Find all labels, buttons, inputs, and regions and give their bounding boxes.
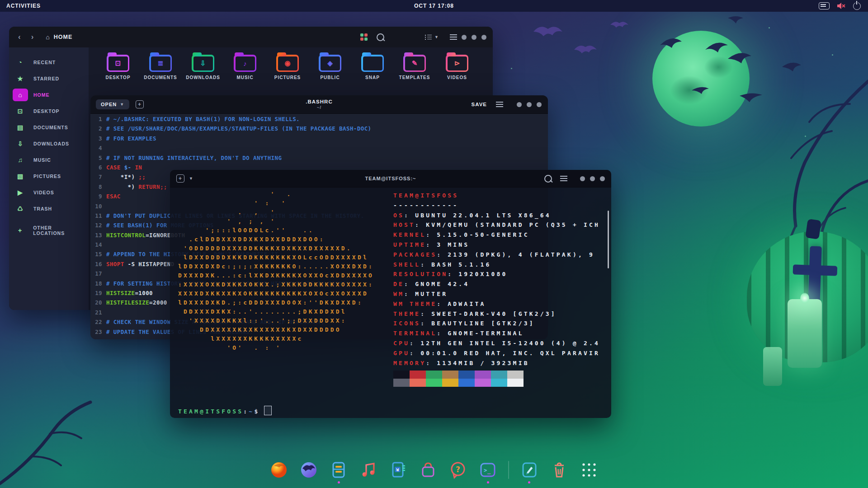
search-icon[interactable] — [544, 175, 552, 183]
dock-text-editor-icon[interactable] — [520, 460, 539, 479]
sidebar-item-label: Videos — [33, 190, 54, 195]
folder-desktop[interactable]: ⊡Desktop — [98, 52, 138, 80]
pictures-icon: ▧ — [13, 170, 28, 183]
folder-public[interactable]: ◈Public — [310, 52, 350, 80]
apps-grid-icon[interactable] — [360, 33, 368, 41]
home-icon: ⌂ — [13, 89, 28, 101]
top-bar: Activities Oct 17 17:08 — [0, 0, 868, 12]
chevron-down-icon[interactable]: ▼ — [189, 176, 193, 181]
breadcrumb[interactable]: ⌂ Home — [46, 33, 72, 41]
palette-swatch — [426, 371, 442, 379]
menu-icon[interactable] — [560, 176, 567, 181]
folder-templates[interactable]: ✎Templates — [394, 52, 435, 80]
neofetch-row-kernel: Kernel: 5.15.0-50-generic — [393, 230, 600, 240]
folder-icon: ≣ — [149, 55, 172, 72]
bats-silhouette — [520, 14, 646, 72]
folder-label: Desktop — [98, 75, 138, 80]
sidebar-item-label: Documents — [33, 125, 68, 130]
dock-writer-icon[interactable]: W — [389, 460, 408, 479]
back-button[interactable]: ‹ — [18, 33, 21, 42]
folder-icon: ⇩ — [192, 55, 214, 72]
palette-swatch — [475, 371, 491, 379]
dock-thunderbird-icon[interactable] — [299, 460, 318, 479]
neofetch-row-os: OS: Ubuntu 22.04.1 LTS x86_64 — [393, 211, 600, 221]
save-button[interactable]: Save — [472, 102, 487, 107]
dock-firefox-icon[interactable] — [269, 460, 288, 479]
window-controls[interactable] — [517, 102, 542, 107]
search-icon[interactable] — [377, 33, 384, 41]
folder-music[interactable]: ♪Music — [225, 52, 265, 80]
volume-muted-icon[interactable] — [837, 2, 846, 9]
clock[interactable]: Oct 17 17:08 — [0, 3, 868, 9]
sidebar-item-other-locations[interactable]: +Other Locations — [13, 223, 84, 238]
downloads-icon: ⇩ — [13, 137, 28, 150]
svg-text:W: W — [396, 468, 399, 472]
neofetch-row-memory: Memory: 1134MiB / 3923MiB — [393, 358, 600, 368]
dock-software-icon[interactable] — [419, 460, 438, 479]
window-controls[interactable] — [580, 176, 605, 181]
files-sidebar: ◔Recent★Starred⌂Home⊡Desktop▤Documents⇩D… — [9, 47, 89, 310]
terminal-output[interactable]: ' . ' : ' . , ' ' , ; , ' ';:::lOODOLc.'… — [170, 187, 611, 418]
desktop-icon: ⊡ — [13, 105, 28, 117]
palette-swatch — [458, 371, 475, 379]
sidebar-item-label: Music — [33, 157, 51, 163]
neofetch-row-wm: WM: Mutter — [393, 289, 600, 299]
neofetch-user-host: team@itsfoss — [393, 191, 600, 201]
sidebar-item-trash[interactable]: ♺Trash — [13, 201, 84, 216]
palette-swatch — [458, 379, 475, 387]
scrollbar[interactable] — [608, 211, 609, 268]
dock-files-icon[interactable] — [329, 460, 348, 479]
sidebar-item-documents[interactable]: ▤Documents — [13, 120, 84, 135]
editor-line: 2# see /usr/share/doc/bash/examples/star… — [90, 124, 548, 133]
system-tray[interactable] — [819, 0, 861, 12]
folder-icon: ⊡ — [107, 55, 129, 72]
chevron-down-icon: ▼ — [120, 102, 124, 107]
menu-icon[interactable] — [450, 34, 457, 40]
window-controls[interactable] — [462, 35, 486, 40]
view-toggle[interactable]: ▼ — [425, 35, 439, 40]
palette-swatch — [507, 371, 524, 379]
folder-label: Public — [310, 75, 350, 80]
clock-icon: ◔ — [13, 56, 28, 69]
power-icon[interactable] — [853, 2, 861, 10]
sidebar-item-videos[interactable]: ▶Videos — [13, 185, 84, 200]
neofetch-row-wm-theme: WM Theme: Adwaita — [393, 299, 600, 309]
files-titlebar[interactable]: ‹ › ⌂ Home ▼ — [9, 27, 493, 48]
folder-icon: ♪ — [234, 55, 256, 72]
sidebar-item-desktop[interactable]: ⊡Desktop — [13, 103, 84, 119]
open-button[interactable]: Open▼ — [96, 99, 129, 109]
dock-trash-icon[interactable] — [550, 460, 569, 479]
folder-videos[interactable]: ⊳Videos — [437, 52, 477, 80]
sidebar-item-pictures[interactable]: ▧Pictures — [13, 169, 84, 184]
terminal-titlebar[interactable]: + ▼ team@itsfoss:~ — [170, 170, 611, 188]
editor-titlebar[interactable]: Open▼ + .bashrc ~/ Save — [90, 95, 548, 114]
palette-swatch — [426, 379, 442, 387]
new-tab-icon[interactable]: + — [136, 100, 144, 108]
dock-show-apps-icon[interactable] — [580, 460, 599, 479]
candle — [788, 299, 822, 368]
sidebar-item-starred[interactable]: ★Starred — [13, 71, 84, 86]
folder-downloads[interactable]: ⇩Downloads — [183, 52, 223, 80]
folder-documents[interactable]: ≣Documents — [140, 52, 181, 80]
dock-terminal-icon[interactable]: >_ — [478, 460, 497, 479]
menu-icon[interactable] — [496, 102, 503, 107]
sidebar-item-label: Recent — [33, 60, 56, 65]
dock-help-icon[interactable]: ? — [448, 460, 467, 479]
sidebar-item-home[interactable]: ⌂Home — [13, 87, 84, 103]
forward-button[interactable]: › — [31, 33, 34, 42]
folder-pictures[interactable]: ◉Pictures — [267, 52, 308, 80]
terminal-cursor — [264, 406, 272, 415]
sidebar-item-recent[interactable]: ◔Recent — [13, 55, 84, 70]
running-indicator — [487, 481, 489, 483]
chevron-down-icon: ▼ — [434, 35, 439, 39]
folder-snap[interactable]: Snap — [352, 52, 393, 80]
keyboard-layout-icon[interactable] — [819, 2, 830, 9]
sidebar-item-music[interactable]: ♫Music — [13, 152, 84, 168]
new-tab-icon[interactable]: + — [176, 174, 184, 183]
dock-rhythmbox-icon[interactable] — [359, 460, 378, 479]
neofetch-row-packages: Packages: 2139 (dpkg), 4 (flatpak), 9 — [393, 250, 600, 260]
palette-swatch — [507, 379, 524, 387]
folder-label: Downloads — [183, 75, 223, 80]
home-icon: ⌂ — [46, 33, 50, 41]
sidebar-item-downloads[interactable]: ⇩Downloads — [13, 136, 84, 151]
